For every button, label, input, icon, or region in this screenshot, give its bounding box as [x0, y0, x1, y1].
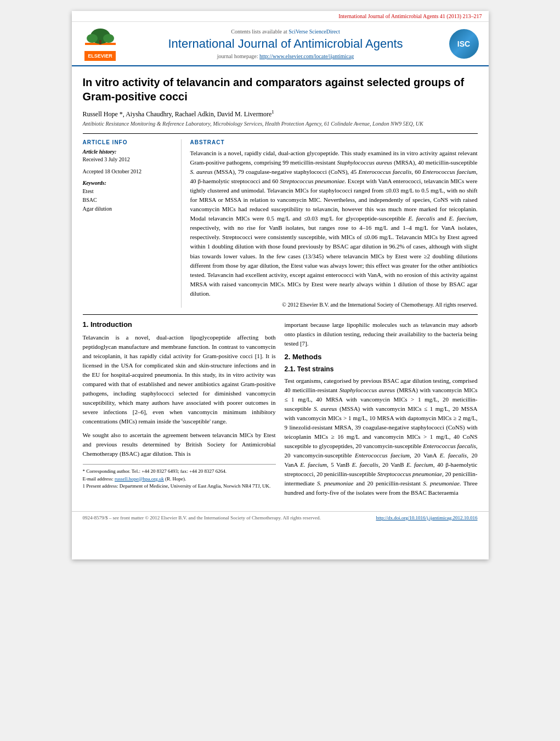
elsevier-tree-icon — [84, 26, 117, 51]
article-title: In vitro activity of telavancin and comp… — [83, 75, 478, 104]
isc-logo: ISC — [449, 29, 482, 59]
article-history-label: Article history: — [83, 149, 176, 155]
copyright-text: © 2012 Elsevier B.V. and the Internation… — [190, 302, 478, 308]
footnote-email-link[interactable]: russell.hope@hpa.org.uk — [115, 476, 164, 482]
keywords-label: Keywords: — [83, 180, 176, 186]
doi-link[interactable]: http://dx.doi.org/10.1016/j.ijantimicag.… — [376, 515, 477, 521]
article-info-heading: ARTICLE INFO — [83, 139, 176, 145]
journal-title: International Journal of Antimicrobial A… — [128, 37, 444, 51]
journal-header: ELSEVIER Contents lists available at Sci… — [72, 22, 489, 66]
sciverse-line: Contents lists available at SciVerse Sci… — [128, 29, 444, 35]
svg-point-3 — [87, 34, 98, 43]
received-date: Received 3 July 2012 — [83, 156, 176, 163]
intro-para2: We sought also to ascertain the agreemen… — [83, 431, 276, 459]
article-info-column: ARTICLE INFO Article history: Received 3… — [83, 139, 182, 308]
keyword-1: Etest — [83, 187, 176, 196]
elsevier-label: ELSEVIER — [84, 51, 116, 61]
keywords-list: Etest BSAC Agar dilution — [83, 187, 176, 213]
journal-center: Contents lists available at SciVerse Sci… — [128, 29, 444, 59]
methods-para1: Test organisms, categorised by previous … — [285, 376, 478, 498]
methods-title: 2. Methods — [285, 353, 478, 361]
body-right-col: important because large lipophilic molec… — [285, 320, 478, 502]
footnote-email: E-mail address: russell.hope@hpa.org.uk … — [83, 476, 276, 483]
abstract-column: ABSTRACT Telavancin is a novel, rapidly … — [190, 139, 478, 308]
sciverse-link[interactable]: SciVerse ScienceDirect — [289, 29, 340, 35]
intro-para1: Telavancin is a novel, dual-action lipog… — [83, 333, 276, 426]
accepted-date: Accepted 18 October 2012 — [83, 168, 176, 176]
footnote-sup1: 1 Present address: Department of Medicin… — [83, 483, 276, 490]
bottom-bar: 0924-8579/$ – see front matter © 2012 El… — [72, 511, 489, 524]
abstract-heading: ABSTRACT — [190, 139, 478, 145]
article-content: In vitro activity of telavancin and comp… — [72, 66, 489, 511]
intro-title: 1. Introduction — [83, 320, 276, 329]
body-section: 1. Introduction Telavancin is a novel, d… — [83, 314, 478, 502]
abstract-text: Telavancin is a novel, rapidly cidal, du… — [190, 149, 478, 298]
body-left-col: 1. Introduction Telavancin is a novel, d… — [83, 320, 276, 502]
author-sup: 1 — [271, 109, 274, 115]
footnote-section: * Corresponding author. Tel.: +44 20 832… — [83, 464, 276, 490]
journal-homepage: journal homepage: http://www.elsevier.co… — [128, 53, 444, 59]
svg-point-4 — [103, 34, 114, 43]
right-para1: important because large lipophilic molec… — [285, 320, 478, 348]
page: International Journal of Antimicrobial A… — [72, 11, 489, 559]
article-info-abstract: ARTICLE INFO Article history: Received 3… — [83, 133, 478, 308]
citation-bar: International Journal of Antimicrobial A… — [72, 11, 489, 22]
keyword-3: Agar dilution — [83, 205, 176, 213]
isc-circle: ISC — [449, 29, 479, 59]
footnote-star: * Corresponding author. Tel.: +44 20 832… — [83, 468, 276, 476]
keyword-2: BSAC — [83, 196, 176, 205]
issn-text: 0924-8579/$ – see front matter © 2012 El… — [83, 515, 321, 521]
elsevier-logo: ELSEVIER — [78, 26, 122, 61]
methods-sub-title: 2.1. Test strains — [285, 365, 478, 373]
citation-text: International Journal of Antimicrobial A… — [338, 13, 482, 19]
svg-rect-2 — [99, 40, 101, 44]
homepage-url[interactable]: http://www.elsevier.com/locate/ijantimic… — [259, 53, 354, 59]
affiliation: Antibiotic Resistance Monitoring & Refer… — [83, 121, 478, 127]
authors: Russell Hope *, Aiysha Chaudhry, Rachael… — [83, 109, 478, 118]
